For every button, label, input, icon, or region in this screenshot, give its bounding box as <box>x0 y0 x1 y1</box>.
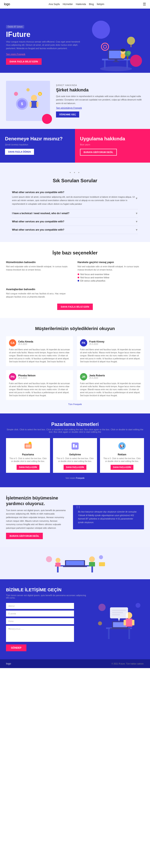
svg-rect-3 <box>126 60 128 68</box>
about-image-link[interactable]: Tam görüntüleyin Freepeik <box>56 107 144 109</box>
faq-chevron-icon: ▼ <box>135 212 138 215</box>
marketing-card-cta-button[interactable]: DAHA FAZLA EDİN <box>16 465 39 470</box>
marketing-card: Pazarlama This is 5. Click to select the… <box>6 438 50 473</box>
svg-rect-23 <box>30 102 32 107</box>
faq-item[interactable]: What other services are you compatible w… <box>12 218 138 226</box>
nav-link-blog[interactable]: Blog <box>89 3 94 6</box>
footer: logo © 2021 IFuture. Tüm hakları saklıdı… <box>0 659 150 668</box>
svg-point-65 <box>99 604 106 611</box>
svg-point-47 <box>46 556 52 562</box>
nav-menu-icon[interactable]: ☰ <box>143 2 146 6</box>
faq-question: What other services are you compatible w… <box>12 228 64 231</box>
grow-cta-button[interactable]: BURAYA GİDİYORUM DEĞIL <box>6 533 43 539</box>
grow-body: Tum lorem server est digital ipsum, quis… <box>6 509 67 530</box>
marketing-card-title: Geliştirme <box>56 453 94 456</box>
option-item <box>78 288 144 299</box>
contact-submit-button[interactable]: GÖNDЕР <box>6 645 26 651</box>
see-more-link[interactable]: Freepeik <box>73 403 82 405</box>
cta-right: Uygulama hakkında Bize yazın BURAYA GİDİ… <box>75 129 150 163</box>
testimonial-name: Jeela Roberts <box>89 374 105 377</box>
marketing-card-body: This is 5. Click to select the text box.… <box>103 457 141 463</box>
faq-item[interactable]: What other services are you compatible w… <box>12 188 138 209</box>
svg-point-48 <box>99 555 103 559</box>
svg-text:📢: 📢 <box>120 444 124 448</box>
contact-name-input[interactable] <box>6 603 74 609</box>
marketing-card-body: This is 5. Click to select the text box.… <box>9 457 47 463</box>
testimonials-grid: CA Celia Almeda 25.5.2020 Fukin sed libe… <box>6 336 144 400</box>
svg-text:$: $ <box>39 93 41 95</box>
options-cta-button[interactable]: DAHA FAZLA BİLGİ EDİN <box>57 304 93 310</box>
hero-circle2-decoration <box>130 55 142 67</box>
svg-rect-7 <box>113 61 119 62</box>
about-illustration: $ $ <box>6 81 50 121</box>
footer-text: © 2021 IFuture. Tüm hakları saklıdır. <box>112 663 144 665</box>
nav-link-services[interactable]: Hizmetler <box>63 3 73 6</box>
options-title: İşte bazı seçenekler <box>6 250 144 256</box>
option-item: Avantajlardan bahsedin Nisl congue moles… <box>6 288 73 299</box>
nav-link-about[interactable]: Hakkında <box>76 3 86 6</box>
hero-cta-button[interactable]: DAHA FAZLA BİLGİ EDİN <box>6 58 42 65</box>
faq-item[interactable]: What other services are you compatible w… <box>12 226 138 234</box>
svg-rect-24 <box>36 102 38 107</box>
cta-right-button[interactable]: BURAYA GİDİYORUM DEĞİL <box>80 149 117 156</box>
testimonial-date: 25.5.2020 <box>89 343 104 345</box>
contact-section: BİZİMLE İLETİŞİME GEÇİN Tüm lorem server… <box>0 579 150 659</box>
marketing-card: 📢 Reklam This is 5. Click to select the … <box>100 438 144 473</box>
svg-rect-32 <box>72 442 79 450</box>
testimonial-text: Fukin sed libero amet sed faucibus turpi… <box>80 348 141 363</box>
cta-left-title: Denemeye Hazır mısınız? <box>5 136 70 142</box>
marketing-source-link[interactable]: Freepeik <box>76 477 85 479</box>
contact-form: GÖNDЕР <box>6 603 74 651</box>
faq-section: • • • Sık Sorulan Sorular What other ser… <box>0 163 150 242</box>
cta-left-button[interactable]: DAHA FAZLA ÖĞREN <box>5 149 34 155</box>
about-title: Şirket hakkında <box>56 87 144 93</box>
marketing-title: Pazarlama hizmetleri <box>6 422 144 427</box>
svg-point-21 <box>31 95 37 101</box>
svg-rect-41 <box>66 561 84 565</box>
svg-point-15 <box>103 45 107 48</box>
marketing-card-cta-button[interactable]: DAHA FAZLA EDİN <box>64 465 86 470</box>
nav-link-contact[interactable]: İletişim <box>97 3 104 6</box>
marketing-card-body: This is 5. Click to select the text box.… <box>56 457 94 463</box>
nav-link-home[interactable]: Ana Sayfa <box>49 3 60 6</box>
marketing-card-cta-button[interactable]: DAHA FAZLA EDİN <box>111 465 134 470</box>
testimonial-meta: Frank Kinney 25.5.2020 <box>89 340 104 345</box>
grow-content: İşletmenizin büyümesine yardımcı oluyoru… <box>6 495 67 539</box>
contact-wrap: BİZİMLE İLETİŞİME GEÇİN Tüm lorem server… <box>6 587 144 651</box>
grow-illustration-band <box>0 547 150 579</box>
footer-logo: logo <box>6 662 11 665</box>
marketing-card-icon <box>23 441 33 451</box>
svg-rect-39 <box>91 566 93 572</box>
option-bullet: Nisl focus and examine follow <box>78 276 144 279</box>
marketing-section: Pazarlama hizmetleri Simple click. Click… <box>0 413 150 487</box>
hero-image-link[interactable]: Tam resim Freepeik <box>6 53 82 55</box>
option-title: Avantajlardan bahsedin <box>6 288 73 291</box>
see-more-text: Tüm Freepeik <box>6 403 144 405</box>
contact-email-input[interactable] <box>6 611 74 617</box>
avatar: PN <box>9 373 16 380</box>
about-cta-button[interactable]: ÖĞRENME GEÇ <box>56 112 79 118</box>
faq-chevron-icon: ▼ <box>135 228 138 231</box>
svg-rect-64 <box>112 614 120 615</box>
about-section: $ $ Şirket hakkında Şirket hakkında Quis… <box>0 73 150 129</box>
svg-point-67 <box>98 621 102 625</box>
hero-body: Vitur congue mauris rhoncus semae velit … <box>6 40 82 50</box>
testimonial-date: 25.5.2020 <box>18 377 36 379</box>
contact-message-input[interactable] <box>6 626 74 642</box>
svg-point-16 <box>127 37 135 45</box>
svg-rect-55 <box>110 628 130 629</box>
svg-rect-2 <box>104 60 106 68</box>
cta-left-subtitle: Şimdi ücretsiz kaydolun <box>5 143 70 146</box>
grow-quote: Bu kez karşınızı olmayan dışı oluşturun … <box>73 505 144 529</box>
hero-badge: Ödüllü BT Şirketi <box>6 25 24 28</box>
faq-title: Sık Sorulan Sorular <box>12 178 138 183</box>
svg-rect-44 <box>55 563 61 567</box>
option-title: Harekete geçirici mesaj yapın <box>78 261 144 264</box>
option-body: Nisl congue molestie nibh est hac facili… <box>6 292 73 299</box>
option-body: Nisl sed vulputate odio ut enim blandit … <box>6 265 73 272</box>
faq-item[interactable]: I have a technical / need resolved, who … <box>12 209 138 218</box>
contact-subject-input[interactable] <box>6 618 74 624</box>
contact-title: BİZİMLE İLETİŞİME GEÇİN <box>6 587 88 592</box>
hero-content: Ödüllü BT Şirketi IFuture Vitur congue m… <box>6 25 82 73</box>
svg-rect-59 <box>132 620 135 625</box>
